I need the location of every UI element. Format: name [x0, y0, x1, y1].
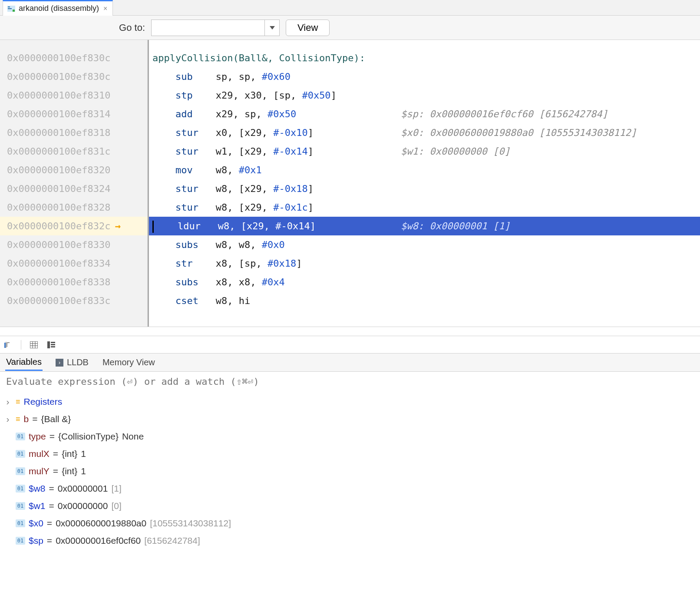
equals-sign: =	[49, 483, 54, 494]
mnemonic: stur	[175, 183, 216, 194]
mnemonic: str	[175, 258, 216, 269]
equals-sign: =	[47, 518, 52, 529]
immediate-hex: #-0x14	[273, 146, 307, 157]
variable-row[interactable]: 01$sp = 0x000000016ef0cf60 [6156242784]	[3, 532, 697, 549]
immediate-hex: #0x50	[267, 109, 296, 119]
tab-variables[interactable]: Variables	[5, 354, 43, 371]
operands: w1, [x29,	[216, 146, 273, 157]
struct-icon: ≡	[16, 397, 20, 407]
operand-tail: ]	[308, 183, 314, 194]
evaluate-expression-input[interactable]	[6, 376, 694, 387]
variable-row[interactable]: 01$w1 = 0x00000000 [0]	[3, 497, 697, 515]
address-gutter-line[interactable]: 0x0000000100ef832c→	[0, 217, 147, 235]
immediate-hex: #0x4	[262, 277, 285, 288]
goto-label: Go to:	[6, 22, 145, 33]
variable-decimal: [6156242784]	[144, 536, 200, 546]
address-gutter-line[interactable]: 0x0000000100ef8338	[0, 273, 147, 291]
restart-layout-icon[interactable]	[3, 340, 13, 350]
variable-value: 0x00006000019880a0	[56, 518, 146, 529]
operand-tail: ]	[308, 127, 314, 138]
address-gutter: 0x0000000100ef830c0x0000000100ef830c0x00…	[0, 40, 148, 327]
disassembly-line[interactable]: add x29, sp, #0x50$sp: 0x000000016ef0cf6…	[149, 105, 700, 123]
variable-value: 0x00000000	[58, 501, 108, 511]
close-tab-icon[interactable]: ×	[102, 5, 108, 13]
address-gutter-line[interactable]: 0x0000000100ef8330	[0, 235, 147, 254]
layout-settings-icon[interactable]	[46, 340, 56, 350]
primitive-icon: 01	[16, 502, 25, 510]
tab-lldb[interactable]: › LLDB	[55, 355, 89, 370]
inline-register-hint: $w1: 0x00000000 [0]	[401, 142, 510, 161]
view-button[interactable]: View	[286, 20, 330, 36]
debug-toolbar	[0, 336, 700, 354]
operands: sp, sp,	[216, 71, 262, 82]
disassembly-line[interactable]: stur w1, [x29, #-0x14]$w1: 0x00000000 [0…	[149, 142, 700, 161]
function-signature: applyCollision(Ball&, CollisionType):	[152, 53, 365, 63]
address-gutter-line[interactable]: 0x0000000100ef830c	[0, 67, 147, 86]
tab-memory-view[interactable]: Memory View	[102, 355, 156, 370]
disassembly-line[interactable]: stur w8, [x29, #-0x1c]	[149, 198, 700, 217]
operands: w8, hi	[216, 295, 250, 306]
mnemonic: stur	[175, 146, 216, 157]
address-gutter-line[interactable]: 0x0000000100ef8310	[0, 86, 147, 105]
address-gutter-line[interactable]: 0x0000000100ef8314	[0, 105, 147, 123]
table-view-icon[interactable]	[29, 340, 39, 350]
goto-address-input[interactable]	[152, 20, 264, 36]
address-gutter-line[interactable]: 0x0000000100ef8334	[0, 254, 147, 273]
disassembly-line[interactable]: cset w8, hi	[149, 291, 700, 310]
immediate-hex: #-0x18	[273, 183, 307, 194]
mnemonic: add	[175, 109, 216, 119]
address-gutter-line[interactable]: 0x0000000100ef8320	[0, 161, 147, 179]
operands: x0, [x29,	[216, 127, 273, 138]
disassembly-line[interactable]: ldur w8, [x29, #-0x14]$w8: 0x00000001 [1…	[149, 217, 700, 235]
code-area[interactable]: applyCollision(Ball&, CollisionType): su…	[148, 40, 700, 327]
mnemonic: subs	[175, 239, 216, 250]
variable-decimal: [105553143038112]	[150, 518, 231, 529]
variable-name: $x0	[29, 518, 43, 529]
variable-row[interactable]: 01$x0 = 0x00006000019880a0 [105553143038…	[3, 515, 697, 532]
expand-caret-icon[interactable]: ›	[3, 397, 12, 407]
variable-row[interactable]: ›≡Registers	[3, 393, 697, 410]
variable-row[interactable]: 01$w8 = 0x00000001 [1]	[3, 480, 697, 497]
operand-tail: ]	[310, 221, 316, 231]
disassembly-line[interactable]: stp x29, x30, [sp, #0x50]	[149, 86, 700, 105]
operands: w8, w8,	[216, 239, 262, 250]
disassembly-line[interactable]: subs w8, w8, #0x0	[149, 235, 700, 254]
disassembly-line[interactable]: str x8, [sp, #0x18]	[149, 254, 700, 273]
variables-tree[interactable]: ›≡Registers›≡b = {Ball &}01type = {Colli…	[0, 391, 700, 558]
variable-name: Registers	[24, 397, 63, 407]
mnemonic: stur	[175, 202, 216, 213]
variable-row[interactable]: 01type = {CollisionType} None	[3, 428, 697, 445]
editor-tab-arkanoid[interactable]: arkanoid (disassembly) ×	[3, 0, 113, 16]
disassembly-line[interactable]: stur w8, [x29, #-0x18]	[149, 179, 700, 198]
variable-row[interactable]: ›≡b = {Ball &}	[3, 410, 697, 428]
variable-row[interactable]: 01mulX = {int} 1	[3, 445, 697, 463]
operand-tail: ]	[308, 146, 314, 157]
variable-value: 0x00000001	[58, 483, 108, 494]
primitive-icon: 01	[16, 450, 25, 458]
immediate-hex: #0x60	[262, 71, 291, 82]
address-gutter-line[interactable]: 0x0000000100ef8324	[0, 179, 147, 198]
equals-sign: =	[49, 501, 54, 511]
disassembly-line[interactable]: applyCollision(Ball&, CollisionType):	[149, 49, 700, 67]
svg-rect-1	[8, 7, 10, 7]
goto-dropdown-icon[interactable]	[264, 20, 279, 36]
address-gutter-line[interactable]: 0x0000000100ef8328	[0, 198, 147, 217]
immediate-hex: #-0x10	[273, 127, 307, 138]
split-divider[interactable]	[0, 327, 700, 336]
goto-address-combo[interactable]	[151, 20, 280, 36]
primitive-icon: 01	[16, 485, 25, 493]
disassembly-line[interactable]: stur x0, [x29, #-0x10]$x0: 0x00006000019…	[149, 123, 700, 142]
address-gutter-line[interactable]: 0x0000000100ef833c	[0, 291, 147, 310]
disassembly-line[interactable]: subs x8, x8, #0x4	[149, 273, 700, 291]
disassembly-line[interactable]: sub sp, sp, #0x60	[149, 67, 700, 86]
address-gutter-line[interactable]: 0x0000000100ef831c	[0, 142, 147, 161]
operands: w8, [x29,	[216, 202, 273, 213]
address-gutter-line[interactable]: 0x0000000100ef8318	[0, 123, 147, 142]
mnemonic: mov	[175, 165, 216, 175]
address-gutter-line[interactable]: 0x0000000100ef830c	[0, 49, 147, 67]
variable-row[interactable]: 01mulY = {int} 1	[3, 463, 697, 480]
expand-caret-icon[interactable]: ›	[3, 414, 12, 424]
svg-rect-12	[51, 342, 55, 343]
disassembly-line[interactable]: mov w8, #0x1	[149, 161, 700, 179]
editor-tab-strip: arkanoid (disassembly) ×	[0, 0, 700, 16]
